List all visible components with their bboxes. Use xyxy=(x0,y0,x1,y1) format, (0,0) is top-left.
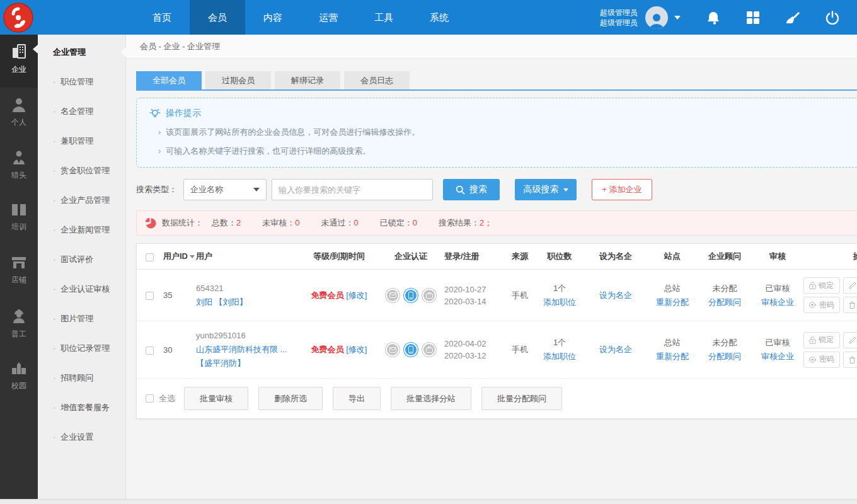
batch-audit-button[interactable]: 批量审核 xyxy=(184,387,248,410)
stat-value: 0 xyxy=(413,218,417,227)
audit-enterprise-link[interactable]: 审核企业 xyxy=(761,297,794,307)
notification-bell-icon[interactable] xyxy=(706,10,721,25)
cell-site: 总站 xyxy=(647,336,698,350)
submenu-news-mgmt[interactable]: 企业新闻管理 xyxy=(38,215,125,244)
assign-advisor-link[interactable]: 分配顾问 xyxy=(708,297,741,307)
set-famous-link[interactable]: 设为名企 xyxy=(599,345,632,354)
submenu-value-added[interactable]: 增值套餐服务 xyxy=(38,392,125,422)
rail-item-personal[interactable]: 个人 xyxy=(0,88,38,140)
nav-system[interactable]: 系统 xyxy=(411,0,467,35)
reassign-site-link[interactable]: 重新分配 xyxy=(656,352,689,361)
export-button[interactable]: 导出 xyxy=(333,387,381,410)
nav-operations[interactable]: 运营 xyxy=(301,0,356,35)
nav-members[interactable]: 会员 xyxy=(190,0,245,35)
submenu-cert-audit[interactable]: 企业认证审核 xyxy=(38,274,125,304)
logout-power-icon[interactable] xyxy=(825,11,839,25)
tab-unbind-records[interactable]: 解绑记录 xyxy=(275,71,340,89)
row-checkbox[interactable] xyxy=(146,292,154,300)
tab-all-members[interactable]: 全部会员 xyxy=(136,71,202,89)
tab-expired-members[interactable]: 过期会员 xyxy=(205,71,271,89)
submenu-enterprise-settings[interactable]: 企业设置 xyxy=(38,422,125,452)
lock-button[interactable]: 锁定 xyxy=(803,332,840,348)
add-enterprise-button[interactable]: + 添加企业 xyxy=(592,179,652,200)
rail-item-headhunter[interactable]: 猎头 xyxy=(0,140,38,193)
header-source: 来源 xyxy=(505,251,535,262)
search-type-select[interactable]: 企业名称 xyxy=(183,179,267,200)
email-cert-icon[interactable] xyxy=(386,289,400,302)
submenu-enterprise-mgmt[interactable]: 企业管理 xyxy=(38,37,125,67)
rail-item-campus[interactable]: 校园 xyxy=(0,352,38,405)
avatar[interactable] xyxy=(645,6,668,29)
op-label: 密码 xyxy=(819,354,834,365)
rail-label: 普工 xyxy=(0,329,38,340)
apps-grid-icon[interactable] xyxy=(746,11,760,25)
cell-company-link[interactable]: 山东盛平消防科技有限 ...【盛平消防】 xyxy=(196,345,287,368)
audit-enterprise-link[interactable]: 审核企业 xyxy=(761,352,794,361)
license-cert-icon[interactable] xyxy=(422,289,436,302)
nav-content[interactable]: 内容 xyxy=(245,0,301,35)
user-menu-caret-icon[interactable] xyxy=(674,16,681,20)
clear-cache-broom-icon[interactable] xyxy=(785,10,800,25)
submenu-interview-review[interactable]: 面试评价 xyxy=(38,244,125,274)
submenu-famous-mgmt[interactable]: 名企管理 xyxy=(38,96,125,126)
rail-item-enterprise[interactable]: 企业 xyxy=(0,35,38,88)
edit-button[interactable]: 修改 xyxy=(843,277,857,294)
cell-company-link[interactable]: 刘阳 【刘阳】 xyxy=(196,297,248,307)
batch-site-button[interactable]: 批量选择分站 xyxy=(391,387,471,410)
search-button[interactable]: 搜索 xyxy=(443,179,500,200)
email-cert-icon[interactable] xyxy=(386,343,400,357)
header-user-id[interactable]: 用户ID xyxy=(162,251,196,262)
tab-member-logs[interactable]: 会员日志 xyxy=(344,71,410,89)
select-all-label: 全选 xyxy=(159,393,175,404)
select-all-checkbox[interactable] xyxy=(146,253,154,261)
cell-source: 手机 xyxy=(505,344,535,355)
license-cert-icon[interactable] xyxy=(422,343,436,357)
lightbulb-icon xyxy=(149,108,161,119)
submenu-product-mgmt[interactable]: 企业产品管理 xyxy=(38,185,125,215)
cell-user-id: 35 xyxy=(162,290,196,300)
rail-item-shop[interactable]: 店铺 xyxy=(0,246,38,299)
lock-button[interactable]: 锁定 xyxy=(803,277,840,294)
set-famous-link[interactable]: 设为名企 xyxy=(599,290,632,300)
stat-value: 0 xyxy=(295,218,299,227)
select-all-footer-checkbox[interactable] xyxy=(146,394,154,403)
row-checkbox[interactable] xyxy=(146,346,154,355)
modify-level-link[interactable]: [修改] xyxy=(346,290,367,300)
top-bar: 首页 会员 内容 运营 工具 系统 超级管理员 超级管理员 xyxy=(0,0,857,35)
advanced-search-button[interactable]: 高级搜索 xyxy=(515,179,577,200)
password-button[interactable]: 密码 xyxy=(803,352,840,368)
module-rail: 企业 个人 猎头 培训 店铺 xyxy=(0,35,38,499)
stat-name: 搜索结果： xyxy=(439,218,480,227)
keyword-input[interactable] xyxy=(272,179,433,200)
submenu-job-record-mgmt[interactable]: 职位记录管理 xyxy=(38,333,125,363)
submenu-job-mgmt[interactable]: 职位管理 xyxy=(38,67,125,96)
submenu-image-mgmt[interactable]: 图片管理 xyxy=(38,304,125,333)
rail-item-training[interactable]: 培训 xyxy=(0,193,38,246)
nav-tools[interactable]: 工具 xyxy=(356,0,411,35)
reassign-site-link[interactable]: 重新分配 xyxy=(656,297,689,307)
rail-item-worker[interactable]: 普工 xyxy=(0,299,38,352)
lock-icon xyxy=(809,282,816,289)
delete-button[interactable]: 删除 xyxy=(843,297,857,313)
header-login: 登录/注册 xyxy=(444,251,505,262)
submenu-recruit-advisor[interactable]: 招聘顾问 xyxy=(38,363,125,392)
header-level: 等级/到期时间 xyxy=(301,251,377,262)
add-job-link[interactable]: 添加职位 xyxy=(543,297,576,307)
phone-cert-icon[interactable] xyxy=(404,343,418,357)
delete-button[interactable]: 删除 xyxy=(843,352,857,368)
submenu-parttime-mgmt[interactable]: 兼职管理 xyxy=(38,126,125,156)
nav-home[interactable]: 首页 xyxy=(134,0,190,35)
app-logo-icon[interactable] xyxy=(3,3,33,33)
batch-delete-button[interactable]: 删除所选 xyxy=(258,387,323,410)
batch-advisor-button[interactable]: 批量分配顾问 xyxy=(481,387,562,410)
phone-cert-icon[interactable] xyxy=(404,289,418,302)
add-job-link[interactable]: 添加职位 xyxy=(543,352,576,361)
header-cert: 企业认证 xyxy=(377,251,444,262)
modify-level-link[interactable]: [修改] xyxy=(346,345,367,354)
advanced-search-label: 高级搜索 xyxy=(524,184,559,195)
submenu-bounty-job-mgmt[interactable]: 赏金职位管理 xyxy=(38,156,125,185)
assign-advisor-link[interactable]: 分配顾问 xyxy=(708,352,741,361)
app-shell: 企业 个人 猎头 培训 店铺 xyxy=(0,35,857,499)
edit-button[interactable]: 修改 xyxy=(843,332,857,348)
password-button[interactable]: 密码 xyxy=(803,297,840,313)
